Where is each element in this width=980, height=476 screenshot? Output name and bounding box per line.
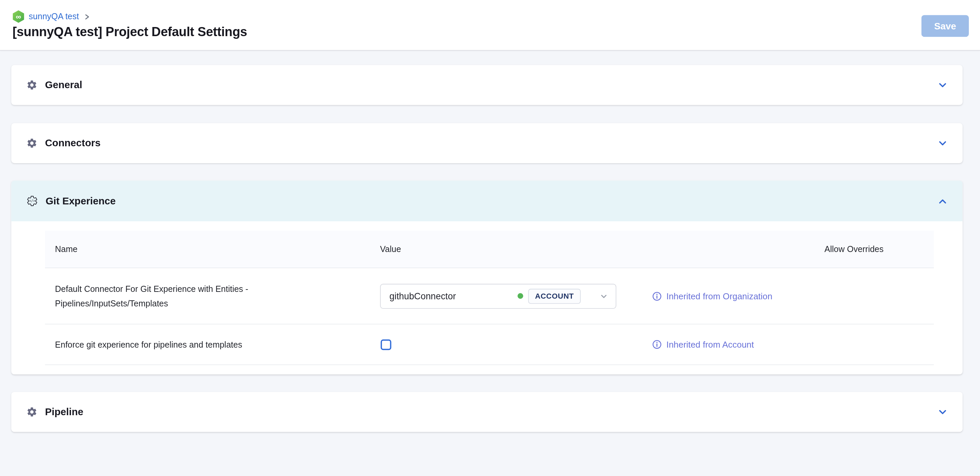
expand-section-control[interactable] <box>938 138 948 148</box>
app-root: ∞ sunnyQA test [sunnyQA test] Project De… <box>0 0 980 476</box>
settings-content: General Connectors <box>0 51 980 432</box>
chevron-down-icon <box>938 407 948 417</box>
expand-section-control[interactable] <box>938 407 948 417</box>
breadcrumb-project-link[interactable]: sunnyQA test <box>29 12 79 21</box>
section-header-pipeline[interactable]: Pipeline <box>11 392 963 432</box>
inherited-from-link[interactable]: Inherited from Account <box>652 339 825 350</box>
section-header-general[interactable]: General <box>11 65 963 105</box>
gear-code-icon: </> <box>26 195 38 207</box>
table-row: Enforce git experience for pipelines and… <box>45 324 934 365</box>
setting-name: Enforce git experience for pipelines and… <box>55 337 349 352</box>
expand-section-control[interactable] <box>938 80 948 90</box>
svg-text:∞: ∞ <box>16 13 21 21</box>
chevron-up-icon <box>938 196 948 206</box>
gear-icon <box>26 406 38 417</box>
column-header-name: Name <box>55 244 380 254</box>
section-title: Connectors <box>45 137 101 149</box>
info-icon <box>652 291 662 301</box>
inherited-from-label: Inherited from Account <box>666 339 754 350</box>
inherited-from-link[interactable]: Inherited from Organization <box>652 291 825 301</box>
section-general: General <box>11 65 963 105</box>
gear-icon <box>26 80 38 91</box>
table-header-row: Name Value Allow Overrides <box>45 231 934 268</box>
table-row: Default Connector For Git Experience wit… <box>45 268 934 325</box>
section-title: Git Experience <box>46 195 116 206</box>
scope-badge: ACCOUNT <box>528 288 581 303</box>
connectivity-status-dot <box>517 293 523 299</box>
save-button[interactable]: Save <box>921 15 969 37</box>
connector-select[interactable]: githubConnector ACCOUNT <box>380 283 616 309</box>
section-connectors: Connectors <box>11 123 963 163</box>
column-header-value: Value <box>380 244 652 254</box>
column-header-allow-overrides: Allow Overrides <box>825 244 924 254</box>
page-header: ∞ sunnyQA test [sunnyQA test] Project De… <box>0 0 980 51</box>
project-icon: ∞ <box>13 10 24 23</box>
section-header-connectors[interactable]: Connectors <box>11 123 963 163</box>
chevron-down-icon <box>938 80 948 90</box>
breadcrumb[interactable]: ∞ sunnyQA test <box>13 10 91 23</box>
collapse-section-control[interactable] <box>938 196 948 206</box>
enforce-git-experience-checkbox[interactable] <box>381 339 391 350</box>
git-settings-table: Name Value Allow Overrides Default Conne… <box>45 231 934 365</box>
info-icon <box>652 339 662 350</box>
setting-name: Default Connector For Git Experience wit… <box>55 282 349 310</box>
gear-icon <box>26 137 38 149</box>
section-title: Pipeline <box>45 406 83 417</box>
svg-text:</>: </> <box>29 199 35 203</box>
section-header-git-experience[interactable]: </> Git Experience <box>11 181 963 221</box>
page-title: [sunnyQA test] Project Default Settings <box>13 24 247 39</box>
inherited-from-label: Inherited from Organization <box>666 291 772 301</box>
section-pipeline: Pipeline <box>11 392 963 432</box>
select-chevron-down-icon <box>599 291 608 300</box>
section-git-experience: </> Git Experience Name Value Allow Over… <box>11 181 963 375</box>
breadcrumb-chevron-right-icon <box>83 13 91 20</box>
connector-select-value: githubConnector <box>390 291 517 301</box>
chevron-down-icon <box>938 138 948 148</box>
section-title: General <box>45 80 82 91</box>
